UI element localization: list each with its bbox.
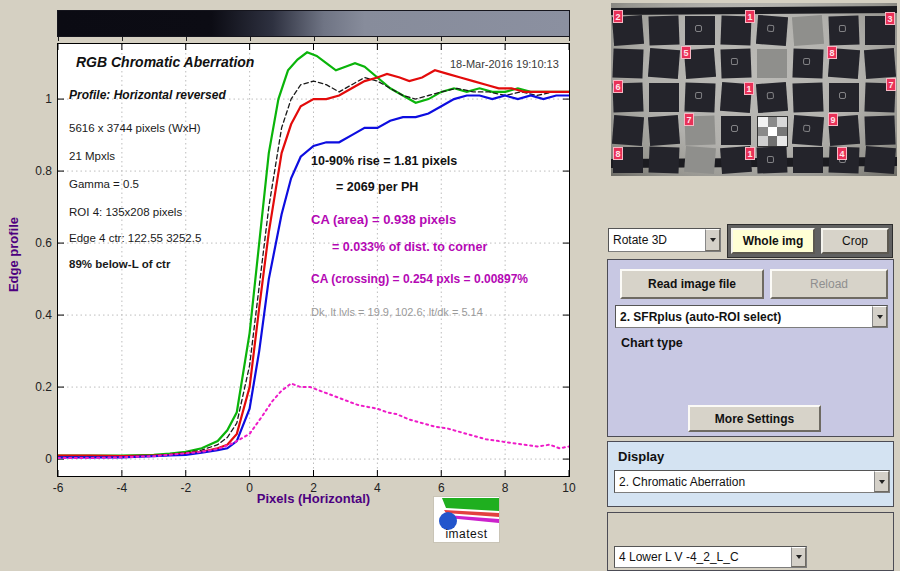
chart-square [684, 146, 716, 174]
roi-number-badge: 9 [828, 113, 838, 126]
plot-info-line: Gamma = 0.5 [69, 178, 139, 190]
display-dropdown[interactable]: 2. Chromatic Aberration [614, 470, 890, 493]
chart-square [649, 146, 680, 173]
imatest-window: RGB Chromatic Aberration Profile: Horizo… [0, 0, 900, 571]
ca-area-annotation-1: CA (area) = 0.938 pixels [311, 212, 456, 227]
chart-square [757, 146, 788, 173]
plot-info-line: ROI 4: 135x208 pixels [69, 206, 182, 218]
roi-number-badge: 5 [681, 46, 691, 59]
imatest-logo-text: imatest [434, 527, 499, 541]
chevron-down-icon[interactable] [872, 306, 887, 327]
plot-info-line: 5616 x 3744 pixels (WxH) [69, 122, 201, 134]
roi-number-badge: 3 [885, 12, 895, 25]
chart-square [756, 82, 788, 113]
imatest-logo: imatest [433, 496, 500, 543]
curve-4 [58, 384, 569, 459]
y-axis-label: Edge profile [6, 177, 21, 332]
chart-square [612, 115, 644, 146]
edge-profile-plot: RGB Chromatic Aberration Profile: Horizo… [57, 43, 570, 477]
ca-crossing-annotation: CA (crossing) = 0.254 pxls = 0.00897% [311, 272, 528, 286]
chart-square [757, 49, 787, 78]
display-value: 2. Chromatic Aberration [615, 475, 874, 489]
input-panel: Read image file Reload 2. SFRplus (auto-… [607, 259, 894, 437]
plot-info-line: Edge 4 ctr: 122.55 3252.5 [69, 232, 201, 244]
chart-square [792, 48, 823, 78]
roi-number-badge: 1 [745, 10, 755, 23]
levels-annotation: Dk, lt lvls = 19.9, 102.6; lt/dk = 5.14 [311, 306, 483, 318]
chart-square [792, 115, 824, 146]
ca-area-annotation-2: = 0.033% of dist. to corner [332, 240, 487, 254]
plot-info-line: 89% below-L of ctr [69, 258, 170, 270]
y-tick-label: 0.8 [12, 164, 52, 178]
roi-panel: 4 Lower L V -4_2_L_C [607, 512, 894, 571]
reload-button[interactable]: Reload [770, 269, 888, 299]
chart-square [612, 48, 643, 78]
chevron-down-icon[interactable] [705, 229, 720, 251]
rise-annotation-1: 10-90% rise = 1.81 pixels [311, 154, 457, 168]
chart-square [648, 15, 679, 45]
rotate-3d-value: Rotate 3D [609, 233, 705, 247]
chart-square [685, 16, 715, 45]
chart-square [864, 115, 895, 145]
chart-square [720, 48, 751, 78]
chart-square [684, 82, 715, 112]
chart-square [756, 15, 788, 46]
roi-number-badge: 2 [613, 10, 623, 23]
chart-square [721, 116, 751, 145]
roi-select-value: 4 Lower L V -4_2_L_C [615, 550, 791, 564]
chart-square [864, 146, 896, 174]
read-image-file-button[interactable]: Read image file [620, 269, 764, 299]
chart-square [649, 83, 679, 112]
edge-gradient-ticks [57, 37, 570, 42]
y-tick-label: 1 [12, 92, 52, 106]
edge-gradient-bar [57, 10, 570, 37]
roi-number-badge: 7 [684, 113, 694, 126]
chart-square [792, 82, 823, 112]
chart-square [793, 147, 823, 173]
chart-square [648, 48, 680, 79]
chart-square [648, 115, 680, 146]
timestamp: 18-Mar-2016 19:10:13 [450, 58, 559, 70]
roi-number-badge: 8 [613, 147, 623, 160]
chart-square [792, 15, 824, 46]
y-tick-label: 0.2 [12, 380, 52, 394]
roi-number-badge: 4 [837, 147, 847, 160]
chart-center-checker [757, 116, 788, 147]
rotate-3d-dropdown[interactable]: Rotate 3D [608, 228, 721, 252]
chart-type-label: Chart type [621, 336, 683, 350]
chart-square [828, 15, 859, 45]
plot-title: RGB Chromatic Aberration [76, 54, 254, 70]
plot-info-line: 21 Mpxls [69, 150, 115, 162]
crop-button[interactable]: Crop [821, 228, 889, 254]
y-tick-label: 0 [12, 452, 52, 466]
roi-number-badge: 1 [745, 147, 755, 160]
test-chart-thumbnail: 2135861779814 [611, 3, 897, 176]
chart-type-value: 2. SFRplus (auto-ROI select) [616, 310, 872, 324]
display-panel: Display 2. Chromatic Aberration [607, 441, 894, 507]
image-view-toggle-group: Whole img Crop [727, 224, 893, 258]
chart-type-dropdown[interactable]: 2. SFRplus (auto-ROI select) [615, 305, 888, 328]
chart-square [829, 83, 859, 112]
chart-square [864, 48, 896, 79]
roi-select-dropdown[interactable]: 4 Lower L V -4_2_L_C [614, 546, 807, 568]
display-label: Display [618, 449, 664, 464]
chevron-down-icon[interactable] [791, 547, 806, 567]
whole-img-button[interactable]: Whole img [731, 228, 815, 254]
roi-number-badge: 8 [827, 46, 837, 59]
roi-number-badge: 6 [613, 80, 623, 93]
rise-annotation-2: = 2069 per PH [336, 180, 418, 194]
roi-number-badge: 7 [886, 78, 896, 91]
chevron-down-icon[interactable] [874, 471, 889, 492]
roi-number-badge: 1 [744, 82, 754, 95]
more-settings-button[interactable]: More Settings [688, 405, 821, 432]
plot-subtitle: Profile: Horizontal reversed [69, 88, 226, 102]
